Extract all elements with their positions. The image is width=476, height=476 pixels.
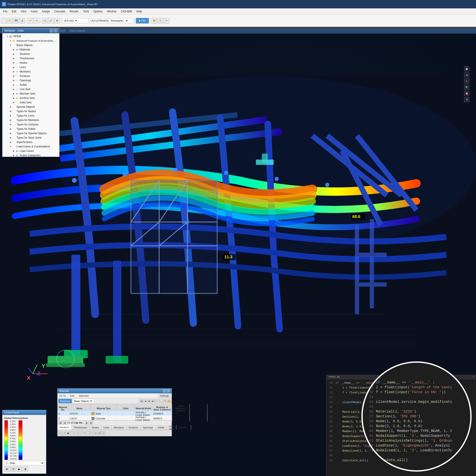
menu-help[interactable]: Help [134, 8, 144, 14]
deform-eye-btn[interactable]: 👁 [4, 467, 9, 472]
nav-prev[interactable]: ◀ [63, 421, 66, 425]
nav-item-openings[interactable]: ▶ □ Openings [2, 78, 59, 83]
menu-cad-bim[interactable]: CAD-BIM [119, 8, 134, 14]
view-btn-4[interactable]: 🔍 [464, 85, 469, 90]
tb-copy[interactable]: ⧉ [163, 399, 167, 403]
load-case-dropdown[interactable]: ULS (STR/GEO) - Permanent... ▼ [89, 18, 133, 23]
draw-rect[interactable]: □ [78, 431, 82, 435]
tab-surfaces[interactable]: Surfaces [126, 425, 140, 430]
deform-play-btn[interactable]: ▶ [17, 467, 22, 472]
nav-first[interactable]: |◀ [58, 421, 62, 425]
menu-selection[interactable]: Selection [78, 394, 89, 397]
nav-item-surfaces[interactable]: ▶ □ Surfaces [2, 74, 59, 78]
nav-item-types-members[interactable]: ▶ Types for Members [2, 118, 59, 122]
tb-delete[interactable]: − [159, 399, 163, 403]
tb-next[interactable]: ▶ [147, 399, 151, 403]
fit-btn[interactable]: ⊞ [54, 18, 60, 24]
deform-settings-btn[interactable]: ⚙ [23, 467, 28, 472]
tab-solids[interactable]: Solids [155, 425, 167, 430]
tab-sections[interactable]: Sections [57, 425, 71, 430]
tb-add[interactable]: + [155, 399, 159, 403]
nav-item-model[interactable]: ▼ 📁 Advanced Features of Assemblies_View… [2, 39, 59, 43]
basic-objects-dropdown[interactable]: Basic Objects ▼ [72, 399, 94, 403]
nav-close-btn[interactable]: × [54, 29, 57, 32]
draw-ortho[interactable]: ⊢ [102, 431, 105, 435]
draw-poly[interactable]: ⬟ [66, 431, 70, 435]
section-btn[interactable]: ✂ [164, 18, 170, 24]
print-btn[interactable]: 🖨 [19, 18, 25, 24]
nav-item-types-special[interactable]: ▶ Types for Special Objects [2, 131, 59, 136]
nav-item-sections[interactable]: ▶ □ Sections [2, 52, 59, 56]
nav-item-solid-sets[interactable]: ▶ □ Solid Sets [2, 100, 59, 105]
wire-btn[interactable]: ⬡ [158, 18, 163, 24]
view-btn-5[interactable]: 🎯 [464, 91, 469, 96]
nav-item-nodes[interactable]: ▶ □ Nodes [2, 61, 59, 65]
materials-minimize-btn[interactable]: _ [163, 389, 166, 392]
tab-thicknesses[interactable]: Thicknesses [71, 425, 89, 430]
zoom-in-btn[interactable]: 🔍 [42, 18, 48, 24]
nav-item-members[interactable]: ▶ ✔ Members [2, 69, 59, 74]
materials-row-1[interactable]: 1 S355JR Steel Isotropic | Linear Elasti… [57, 410, 172, 415]
menu-assign[interactable]: Assign [40, 8, 52, 14]
nav-item-types-nodes[interactable]: ▶ Types for Nodes [2, 109, 59, 114]
draw-text[interactable]: T [90, 431, 94, 435]
tab-nodes[interactable]: Nodes [89, 425, 101, 430]
nav-item-lc[interactable]: ▶ ■ Load Cases [2, 149, 59, 153]
menu-options[interactable]: Options [91, 8, 105, 14]
draw-grid[interactable]: ⊞ [98, 431, 102, 435]
view-btn-1[interactable]: 🏠 [464, 66, 469, 71]
menu-goto[interactable]: Go To [58, 394, 67, 397]
tb-last[interactable]: ▶| [151, 399, 155, 403]
save-btn[interactable]: 💾 [13, 18, 19, 24]
nav-item-types-surfaces[interactable]: ▶ Types for Surfaces [2, 122, 59, 127]
menu-window[interactable]: Window [105, 8, 119, 14]
menu-view[interactable]: View [18, 8, 29, 14]
render-btn[interactable]: 🎨 [151, 18, 157, 24]
draw-cursor[interactable]: ↖ [58, 431, 62, 435]
nav-item-materials[interactable]: ▶ ■ Materials [2, 47, 59, 52]
menu-edit[interactable]: Edit [69, 394, 75, 397]
nav-next[interactable]: ▶ [85, 421, 89, 425]
nav-item-surface-sets[interactable]: ▶ ■ Surface Sets [2, 96, 59, 100]
nav-item-thicknesses[interactable]: ▶ □ Thicknesses [2, 56, 59, 61]
menu-results[interactable]: Results [68, 8, 81, 14]
draw-line[interactable]: ╱ [62, 431, 66, 435]
structure-btn[interactable]: Structure [58, 399, 72, 403]
design-situation-dropdown[interactable]: ULS DS1 ▼ [62, 18, 89, 23]
undo-btn[interactable]: ↩ [28, 18, 33, 24]
draw-circle[interactable]: ○ [74, 431, 78, 435]
open-btn[interactable]: 📂 [7, 18, 13, 24]
view-btn-2[interactable]: ⊞ [464, 72, 469, 78]
tab-lines[interactable]: Lines [101, 425, 112, 430]
deform-reset-btn[interactable]: ↺ [10, 467, 16, 472]
draw-arc[interactable]: ⌒ [70, 431, 74, 435]
new-btn[interactable]: 📄 [1, 18, 7, 24]
draw-snap[interactable]: ⊕ [94, 431, 98, 435]
nav-item-imperfections[interactable]: ▶ Imperfections [2, 140, 59, 144]
run-btn[interactable]: ▶ Run [136, 18, 149, 24]
menu-insert[interactable]: Insert [29, 8, 40, 14]
settings-btn[interactable]: Settings [158, 394, 171, 398]
tab-openings[interactable]: Openings [141, 425, 155, 430]
redo-btn[interactable]: ↪ [34, 18, 39, 24]
tab-membe[interactable]: Membe... [176, 425, 191, 430]
materials-close-btn[interactable]: × [167, 389, 170, 392]
nav-item-load-cases[interactable]: ▼ Load Cases & Combinations [2, 144, 59, 149]
tb-filter[interactable]: 🔽 [167, 399, 171, 403]
nav-minimize-btn[interactable]: _ [50, 29, 53, 32]
deformation-combo[interactable]: 1 - Glob... [4, 461, 44, 465]
tab-members[interactable]: Members [112, 425, 126, 430]
nav-item-rfem[interactable]: ▼ 🏠 RFEM [2, 34, 59, 39]
nav-item-basic-objects[interactable]: ▼ Basic Objects [2, 43, 59, 47]
menu-calculate[interactable]: Calculate [52, 8, 68, 14]
zoom-out-btn[interactable]: 🔎 [48, 18, 54, 24]
nav-item-types-lines[interactable]: ▶ Types for Lines [2, 114, 59, 118]
draw-measure[interactable]: ←→ [86, 431, 90, 435]
view-btn-3[interactable]: ↻ [464, 78, 469, 84]
menu-edit[interactable]: Edit [9, 8, 18, 14]
materials-row-2[interactable]: 2 C30/37 Concrete Isotropic | Linear Ela… [57, 415, 172, 420]
tb-prev[interactable]: ◀ [143, 399, 147, 403]
nav-item-member-sets[interactable]: ▶ ■ Member Sets [2, 91, 59, 96]
menu-file[interactable]: File [1, 8, 9, 14]
view-btn-6[interactable]: ⚗ [464, 97, 469, 102]
